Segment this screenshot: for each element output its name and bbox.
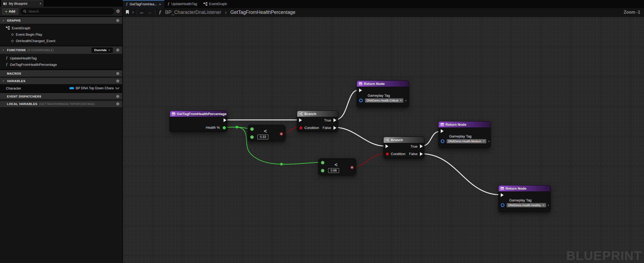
- node-header[interactable]: Return Node: [439, 122, 490, 127]
- true-output-pin[interactable]: [420, 144, 423, 148]
- node-less-than-066[interactable]: 0.66 <: [318, 158, 356, 175]
- sidebar-item-onhealthchanged[interactable]: ◇ OnHealthChanged_Event: [0, 38, 122, 44]
- graph-icon: [6, 26, 10, 30]
- back-icon[interactable]: ←: [140, 9, 145, 15]
- add-graph-icon[interactable]: ⊕: [116, 18, 120, 23]
- float-input-pin-b[interactable]: [321, 169, 324, 172]
- tag-close-icon[interactable]: ✕: [400, 99, 402, 102]
- exec-input-pin[interactable]: [501, 193, 504, 197]
- bool-output-pin[interactable]: [350, 166, 354, 169]
- section-graphs[interactable]: ▾ GRAPHS ⊕: [0, 17, 122, 24]
- gear-icon[interactable]: ⚙: [116, 9, 120, 14]
- float-input-pin-a[interactable]: [321, 161, 324, 164]
- caret-icon[interactable]: ▾: [3, 80, 5, 82]
- sidebar-item-updatehealthtag[interactable]: ƒ UpdateHealthTag: [0, 55, 122, 61]
- gameplay-tag-input-pin[interactable]: [441, 139, 444, 143]
- local-variables-subtitle: (GETTAGFROMHEALTHPERCENTAGE): [39, 102, 95, 106]
- character-label: Character: [6, 86, 69, 90]
- node-header[interactable]: Return Node: [357, 81, 409, 87]
- exec-input-pin[interactable]: [441, 129, 444, 133]
- variable-row-character[interactable]: Character BP DNA Top Down Chara: [0, 84, 122, 92]
- value-input-066[interactable]: 0.66: [328, 168, 339, 173]
- chevron-down-icon[interactable]: ∨: [488, 140, 490, 143]
- condition-input-pin[interactable]: [299, 126, 303, 130]
- forward-icon[interactable]: →: [147, 9, 152, 15]
- search-box[interactable]: [20, 8, 114, 14]
- node-header[interactable]: Branch: [384, 137, 424, 143]
- breadcrumb-current: GetTagFromHealthPercentage: [230, 10, 295, 15]
- sidebar-item-event-begin-play[interactable]: ◇ Event Begin Play: [0, 31, 122, 38]
- exec-output-pin[interactable]: [224, 118, 226, 122]
- exec-input-pin[interactable]: [299, 118, 302, 122]
- local-variables-title: LOCAL VARIABLES: [7, 102, 37, 106]
- false-output-pin[interactable]: [333, 126, 336, 130]
- breadcrumb-root[interactable]: BP_CharacterDnaListener: [165, 10, 221, 15]
- gameplay-tag-input-pin[interactable]: [501, 203, 504, 207]
- add-variable-icon[interactable]: ⊕: [116, 79, 120, 83]
- override-button[interactable]: Override ∨: [92, 47, 113, 53]
- node-title: Return Node: [506, 187, 526, 191]
- add-local-variable-icon[interactable]: ⊕: [116, 102, 120, 106]
- add-dispatcher-icon[interactable]: ⊕: [116, 94, 120, 99]
- section-macros[interactable]: ▾ MACROS ⊕: [0, 70, 122, 77]
- section-event-dispatchers[interactable]: ▾ EVENT DISPATCHERS ⊕: [0, 93, 122, 100]
- eye-closed-icon[interactable]: [115, 87, 120, 90]
- tab-eventgraph[interactable]: EventGraph: [200, 0, 230, 8]
- false-output-pin[interactable]: [420, 152, 423, 156]
- sidebar-item-gettagfromhealthpercentage[interactable]: ƒ GetTagFromHealthPercentage: [0, 61, 122, 68]
- chevron-down-icon[interactable]: ∨: [548, 204, 550, 207]
- caret-icon[interactable]: ▾: [3, 49, 5, 51]
- functions-items: ƒ UpdateHealthTag ƒ GetTagFromHealthPerc…: [0, 54, 122, 69]
- tag-chip[interactable]: DNADemo.Health.Healthy ✕: [507, 203, 546, 207]
- node-gettagfromhealthpercentage[interactable]: GetTagFromHealthPercentage Health %: [170, 111, 227, 132]
- updatehealthtag-label: UpdateHealthTag: [10, 56, 37, 60]
- add-button[interactable]: + Add: [2, 8, 18, 15]
- node-return-healthy[interactable]: Return Node Gameplay Tag DNADemo.Health.…: [498, 185, 551, 212]
- tag-chip[interactable]: DNADemo.Health.Medium ✕: [447, 139, 486, 143]
- graphs-title: GRAPHS: [7, 19, 21, 22]
- exec-input-pin[interactable]: [359, 88, 362, 92]
- condition-label: Condition: [391, 152, 406, 156]
- float-input-pin-b[interactable]: [250, 135, 254, 139]
- add-function-icon[interactable]: ⊕: [116, 48, 120, 52]
- section-variables[interactable]: ▾ VARIABLES ⊕: [0, 78, 122, 84]
- tag-close-icon[interactable]: ✕: [542, 204, 544, 207]
- less-than-operator: <: [335, 162, 338, 168]
- node-return-critical[interactable]: Return Node Gameplay Tag DNADemo.Health.…: [357, 80, 409, 107]
- return-node-icon: [500, 187, 504, 190]
- chevron-down-icon[interactable]: ∨: [132, 11, 134, 14]
- node-header[interactable]: Return Node: [499, 185, 550, 191]
- search-input[interactable]: [28, 10, 111, 13]
- node-branch-1[interactable]: Branch Condition True False: [297, 111, 338, 132]
- node-header[interactable]: GetTagFromHealthPercentage: [170, 111, 227, 117]
- node-less-than-033[interactable]: 0.33 <: [248, 125, 285, 141]
- tab-gettagfromhealthpercentage[interactable]: ƒ GetTagFromHea... ✕: [123, 0, 164, 8]
- node-return-medium[interactable]: Return Node Gameplay Tag DNADemo.Health.…: [438, 121, 491, 148]
- add-macro-icon[interactable]: ⊕: [116, 71, 120, 76]
- tag-chip[interactable]: DNADemo.Health.Critical ✕: [365, 98, 403, 103]
- node-header[interactable]: Branch: [297, 111, 338, 117]
- functions-title: FUNCTIONS: [7, 48, 26, 52]
- tab-my-blueprint[interactable]: My Blueprint ✕: [1, 0, 44, 7]
- bookmark-icon[interactable]: [125, 10, 129, 15]
- graph-toolbar: ∨ ← → ƒ BP_CharacterDnaListener › GetTag…: [123, 8, 644, 17]
- chevron-down-icon[interactable]: ∨: [405, 99, 407, 102]
- exec-input-pin[interactable]: [385, 144, 388, 148]
- close-icon[interactable]: ✕: [39, 2, 42, 5]
- tab-updatehealthtag[interactable]: ƒ UpdateHealthTag: [164, 0, 200, 8]
- sidebar-item-eventgraph[interactable]: EventGraph: [0, 25, 122, 31]
- tag-close-icon[interactable]: ✕: [483, 140, 485, 143]
- section-local-variables[interactable]: ▾ LOCAL VARIABLES (GETTAGFROMHEALTHPERCE…: [0, 100, 122, 107]
- caret-icon[interactable]: ▾: [3, 19, 5, 22]
- close-icon[interactable]: ✕: [159, 3, 161, 6]
- true-output-pin[interactable]: [333, 118, 336, 122]
- bool-output-pin[interactable]: [280, 132, 283, 136]
- condition-input-pin[interactable]: [386, 152, 389, 156]
- gameplay-tag-input-pin[interactable]: [359, 99, 363, 102]
- value-input-033[interactable]: 0.33: [257, 135, 268, 139]
- float-input-pin-a[interactable]: [250, 127, 254, 131]
- node-branch-2[interactable]: Branch Condition True False: [383, 137, 424, 159]
- tag-text: DNADemo.Health.Healthy: [508, 204, 541, 207]
- float-output-pin[interactable]: [222, 126, 226, 130]
- section-functions[interactable]: ▾ FUNCTIONS (6 OVERRIDABLE) Override ∨ ⊕: [0, 46, 122, 54]
